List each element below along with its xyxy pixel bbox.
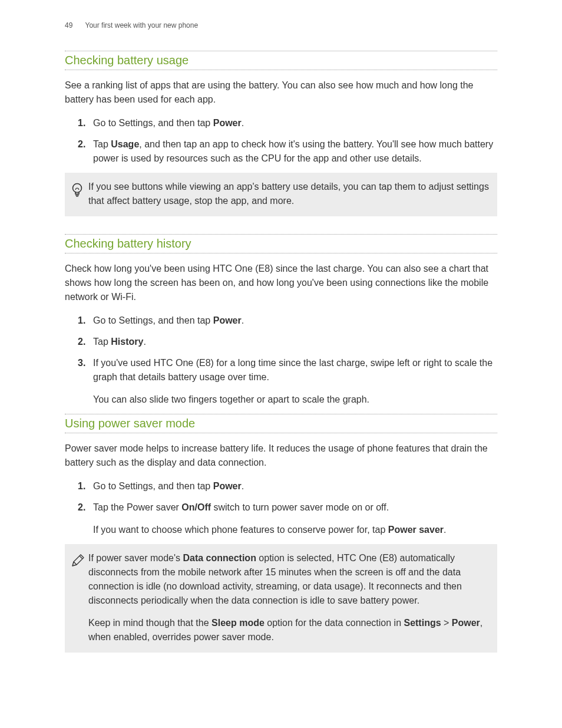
ui-term: Data connection [183, 553, 256, 563]
step-number: 2. [78, 335, 85, 349]
step-item: 2. Tap History. [78, 335, 497, 349]
note-fragment: If power saver mode's [88, 553, 183, 563]
step-item: 2. Tap Usage, and then tap an app to che… [78, 137, 497, 166]
step-item: 3. If you've used HTC One (E8) for a lon… [78, 356, 497, 407]
step-text: switch to turn power saver mode on or of… [211, 502, 389, 512]
step-subtext: If you want to choose which phone featur… [93, 523, 497, 537]
step-number: 1. [78, 116, 85, 130]
step-text: If you want to choose which phone featur… [93, 525, 388, 535]
step-text: . [242, 481, 244, 491]
step-text: Go to Settings, and then tap [93, 315, 213, 325]
step-number: 2. [78, 137, 85, 151]
step-text: Tap [93, 337, 111, 347]
step-item: 1. Go to Settings, and then tap Power. [78, 116, 497, 130]
step-number: 1. [78, 479, 85, 493]
steps-list: 1. Go to Settings, and then tap Power. 2… [65, 116, 497, 166]
section-using-power-saver-mode: Using power saver mode Power saver mode … [65, 414, 497, 537]
step-text: . [242, 118, 244, 128]
step-text: . [444, 525, 446, 535]
ui-term: Sleep mode [211, 618, 265, 628]
step-item: 2. Tap the Power saver On/Off switch to … [78, 500, 497, 537]
ui-term: Power saver [388, 525, 444, 535]
section-intro: Check how long you've been using HTC One… [65, 262, 497, 304]
pencil-icon [71, 551, 88, 644]
step-item: 1. Go to Settings, and then tap Power. [78, 479, 497, 493]
step-text: . [242, 315, 244, 325]
page-number: 49 [65, 21, 72, 29]
note-fragment: Keep in mind though that the [88, 618, 211, 628]
section-checking-battery-history: Checking battery history Check how long … [65, 234, 497, 407]
note-fragment: > [441, 618, 452, 628]
step-number: 1. [78, 314, 85, 328]
step-text: Tap the Power saver [93, 502, 181, 512]
steps-list: 1. Go to Settings, and then tap Power. 2… [65, 479, 497, 537]
ui-term: On/Off [181, 502, 211, 512]
step-text: If you've used HTC One (E8) for a long t… [93, 358, 492, 382]
note-text: If power saver mode's Data connection op… [88, 551, 489, 644]
section-heading: Checking battery history [65, 235, 497, 253]
page-content: 49 Your first week with your new phone C… [0, 0, 562, 700]
section-intro: See a ranking list of apps that are usin… [65, 78, 497, 107]
page-header: 49 Your first week with your new phone [65, 21, 497, 29]
step-text: Go to Settings, and then tap [93, 118, 213, 128]
step-subtext: You can also slide two fingers together … [93, 393, 497, 407]
step-text: . [143, 337, 146, 347]
ui-term: Power [213, 481, 242, 491]
chapter-title: Your first week with your new phone [85, 21, 198, 29]
step-text: Tap [93, 139, 111, 149]
ui-term: Power [213, 118, 242, 128]
ui-term: Power [213, 315, 242, 325]
tip-text: If you see buttons while viewing an app'… [88, 180, 489, 208]
step-number: 2. [78, 500, 85, 515]
ui-term: Power [452, 618, 480, 628]
section-heading: Checking battery usage [65, 51, 497, 70]
step-text: Go to Settings, and then tap [93, 481, 213, 491]
step-number: 3. [78, 356, 85, 370]
steps-list: 1. Go to Settings, and then tap Power. 2… [65, 314, 497, 407]
ui-term: Usage [111, 139, 139, 149]
ui-term: History [111, 337, 143, 347]
section-checking-battery-usage: Checking battery usage See a ranking lis… [65, 51, 497, 166]
ui-term: Settings [404, 618, 441, 628]
lightbulb-icon [71, 180, 88, 208]
section-intro: Power saver mode helps to increase batte… [65, 442, 497, 470]
section-heading: Using power saver mode [65, 414, 497, 433]
note-callout: If power saver mode's Data connection op… [65, 544, 497, 653]
step-item: 1. Go to Settings, and then tap Power. [78, 314, 497, 328]
step-text: , and then tap an app to check how it's … [93, 139, 493, 163]
note-fragment: option for the data connection in [265, 618, 404, 628]
tip-callout: If you see buttons while viewing an app'… [65, 173, 497, 216]
